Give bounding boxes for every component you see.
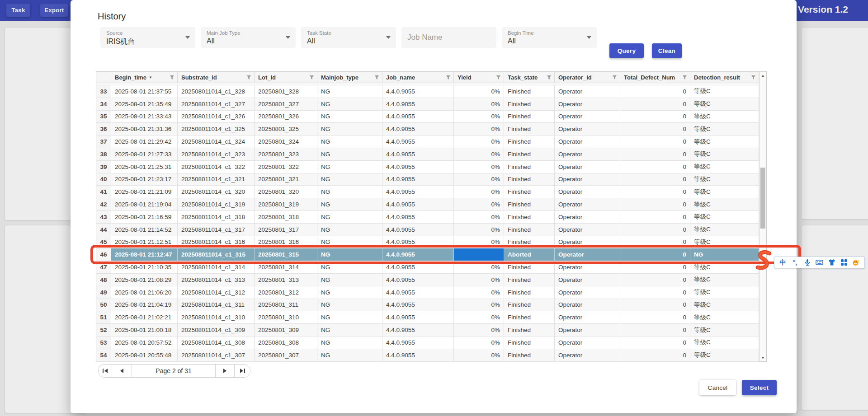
column-header-rownum[interactable] bbox=[96, 72, 111, 83]
table-row-38[interactable]: 382025-08-01 21:27:33202508011014_c1_323… bbox=[96, 148, 759, 161]
filter-icon[interactable] bbox=[496, 75, 501, 80]
keyboard-icon[interactable] bbox=[816, 259, 823, 266]
cell-substrate_id: 202508011014_c1_323 bbox=[178, 148, 255, 160]
cell-begin_time: 2025-08-01 21:04:19 bbox=[111, 299, 178, 311]
cell-substrate_id: 202508011014_c1_317 bbox=[178, 224, 255, 236]
cell-job_name: 4.4.0.9055 bbox=[382, 274, 454, 286]
filter-icon[interactable] bbox=[446, 75, 451, 80]
cell-operator_id: Operator bbox=[555, 111, 620, 123]
emoji-icon[interactable] bbox=[852, 259, 860, 266]
query-button[interactable]: Query bbox=[609, 43, 644, 58]
toolbox-icon[interactable] bbox=[840, 259, 848, 266]
table-row-43[interactable]: 432025-08-01 21:16:59202508011014_c1_318… bbox=[96, 211, 759, 224]
table-row-52[interactable]: 522025-08-01 21:00:18202508011014_c1_309… bbox=[96, 324, 759, 337]
filter-icon[interactable] bbox=[682, 75, 687, 80]
table-row-35[interactable]: 352025-08-01 21:33:43202508011014_c1_326… bbox=[96, 111, 759, 123]
begin-time-select[interactable]: Begin Time All bbox=[502, 27, 597, 48]
microphone-icon[interactable] bbox=[803, 259, 811, 266]
cell-detection_result: 等级C bbox=[690, 337, 759, 349]
table-row-42[interactable]: 422025-08-01 21:19:04202508011014_c1_319… bbox=[96, 198, 759, 211]
cell-lot_id: 20250801_312 bbox=[255, 286, 317, 299]
cancel-button[interactable]: Cancel bbox=[699, 380, 736, 395]
cell-lot_id: 20250801_309 bbox=[255, 324, 317, 336]
filter-icon[interactable] bbox=[547, 75, 552, 80]
job-name-input[interactable]: Job Name bbox=[401, 27, 496, 48]
column-label-lot_id: Lot_id bbox=[258, 74, 276, 81]
cell-mainjob_type: NG bbox=[317, 337, 382, 349]
first-page-icon bbox=[104, 369, 108, 373]
cell-detection_result: 等级C bbox=[690, 274, 759, 286]
filter-icon[interactable] bbox=[374, 75, 379, 80]
main-job-type-select[interactable]: Main Job Type All bbox=[201, 27, 296, 48]
column-header-begin_time[interactable]: Begin_time▼ bbox=[111, 72, 178, 83]
column-header-task_state[interactable]: Task_state bbox=[504, 72, 555, 83]
column-header-yield[interactable]: Yield bbox=[454, 72, 504, 83]
cell-mainjob_type: NG bbox=[317, 324, 382, 336]
filter-icon[interactable] bbox=[170, 75, 175, 80]
table-row-40[interactable]: 402025-08-01 21:23:17202508011014_c1_321… bbox=[96, 173, 759, 186]
scroll-up-icon[interactable]: ▲ bbox=[760, 72, 766, 79]
cell-yield: 0% bbox=[454, 161, 504, 173]
cell-yield: 0% bbox=[454, 111, 504, 123]
cell-operator_id: Operator bbox=[555, 286, 620, 299]
column-header-total_defect_num[interactable]: Total_Defect_Num bbox=[620, 72, 690, 83]
filter-icon[interactable] bbox=[751, 75, 756, 80]
skin-icon[interactable] bbox=[828, 259, 835, 266]
cell-yield: 0% bbox=[454, 311, 504, 323]
last-page-button[interactable] bbox=[235, 365, 250, 377]
cell-operator_id: Operator bbox=[555, 186, 620, 198]
filter-icon[interactable] bbox=[612, 75, 617, 80]
cell-begin_time: 2025-08-01 21:02:21 bbox=[111, 311, 178, 323]
column-header-operator_id[interactable]: Operator_id bbox=[555, 72, 620, 83]
cell-mainjob_type: NG bbox=[317, 224, 382, 236]
task-state-select[interactable]: Task State All bbox=[301, 27, 396, 48]
cell-operator_id: Operator bbox=[555, 337, 620, 349]
table-vertical-scrollbar[interactable]: ▲ ▼ bbox=[759, 72, 766, 361]
cell-rownum: 44 bbox=[96, 224, 111, 236]
cell-begin_time: 2025-08-01 21:19:04 bbox=[111, 198, 178, 210]
cell-job_name: 4.4.0.9055 bbox=[382, 286, 454, 299]
filter-icon[interactable] bbox=[309, 75, 314, 80]
cell-detection_result: 等级C bbox=[690, 111, 759, 123]
cell-begin_time: 2025-08-01 21:16:59 bbox=[111, 211, 178, 223]
clean-button[interactable]: Clean bbox=[652, 43, 682, 58]
filter-icon[interactable] bbox=[246, 75, 251, 80]
cell-detection_result: 等级C bbox=[690, 224, 759, 236]
cell-operator_id: Operator bbox=[555, 324, 620, 336]
table-row-49[interactable]: 492025-08-01 21:06:20202508011014_c1_312… bbox=[96, 286, 759, 299]
table-row-36[interactable]: 362025-08-01 21:31:36202508011014_c1_325… bbox=[96, 123, 759, 136]
column-header-substrate_id[interactable]: Substrate_id bbox=[178, 72, 255, 83]
table-row-39[interactable]: 392025-08-01 21:25:31202508011014_c1_322… bbox=[96, 161, 759, 173]
table-row-34[interactable]: 342025-08-01 21:35:49202508011014_c1_327… bbox=[96, 98, 759, 111]
select-button[interactable]: Select bbox=[742, 380, 777, 395]
dialog-title: History bbox=[98, 11, 126, 22]
chinese-mode-icon[interactable]: 中 bbox=[779, 259, 787, 266]
table-row-41[interactable]: 412025-08-01 21:21:09202508011014_c1_320… bbox=[96, 186, 759, 198]
table-row-33[interactable]: 332025-08-01 21:37:55202508011014_c1_328… bbox=[96, 85, 759, 98]
table-row-48[interactable]: 482025-08-01 21:08:29202508011014_c1_313… bbox=[96, 274, 759, 286]
column-header-lot_id[interactable]: Lot_id bbox=[255, 72, 317, 83]
history-dialog: History Source IRIS机台 Main Job Type All … bbox=[71, 0, 797, 413]
main-job-type-label: Main Job Type bbox=[207, 30, 241, 36]
cell-mainjob_type: NG bbox=[317, 98, 382, 110]
table-row-51[interactable]: 512025-08-01 21:02:21202508011014_c1_310… bbox=[96, 311, 759, 324]
table-row-53[interactable]: 532025-08-01 20:57:52202508011014_c1_308… bbox=[96, 337, 759, 349]
scroll-down-icon[interactable]: ▼ bbox=[760, 354, 766, 361]
cell-task_state: Finished bbox=[504, 85, 555, 98]
first-page-button[interactable] bbox=[99, 365, 112, 377]
prev-page-button[interactable] bbox=[112, 365, 132, 377]
cell-begin_time: 2025-08-01 21:14:52 bbox=[111, 224, 178, 236]
punctuation-icon[interactable]: °, bbox=[791, 259, 799, 266]
sogou-input-logo[interactable] bbox=[752, 249, 774, 275]
table-row-37[interactable]: 372025-08-01 21:29:42202508011014_c1_324… bbox=[96, 136, 759, 148]
column-header-job_name[interactable]: Job_name bbox=[382, 72, 454, 83]
table-row-54[interactable]: 542025-08-01 20:55:48202508011014_c1_307… bbox=[96, 349, 759, 362]
column-header-mainjob_type[interactable]: Mainjob_type bbox=[317, 72, 382, 83]
column-header-detection_result[interactable]: Detection_result bbox=[690, 72, 759, 83]
source-select[interactable]: Source IRIS机台 bbox=[100, 27, 195, 48]
scrollbar-thumb[interactable] bbox=[760, 168, 765, 229]
next-page-button[interactable] bbox=[216, 365, 235, 377]
cell-task_state: Finished bbox=[504, 98, 555, 110]
table-row-50[interactable]: 502025-08-01 21:04:19202508011014_c1_311… bbox=[96, 299, 759, 312]
table-row-44[interactable]: 442025-08-01 21:14:52202508011014_c1_317… bbox=[96, 224, 759, 236]
